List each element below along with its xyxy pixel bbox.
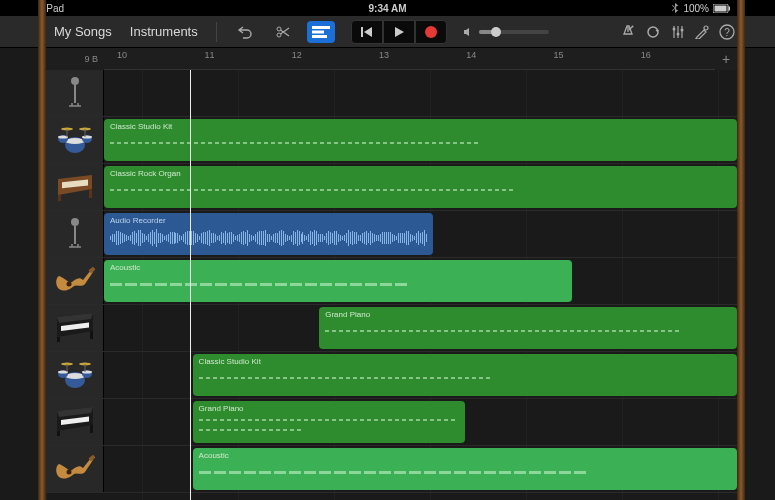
track-row[interactable]: Acoustic <box>46 258 737 305</box>
help-icon[interactable]: ? <box>719 24 735 40</box>
svg-rect-18 <box>74 85 76 103</box>
svg-rect-31 <box>89 189 92 198</box>
tracks-view-button[interactable] <box>307 21 335 43</box>
region[interactable]: Grand Piano <box>193 401 465 443</box>
track-lane[interactable] <box>104 70 737 116</box>
region[interactable]: Classic Studio Kit <box>104 119 737 161</box>
region[interactable]: Classic Rock Organ <box>104 166 737 208</box>
midi-notes <box>110 133 731 153</box>
ruler-ticks[interactable]: 10111213141516 <box>104 48 715 70</box>
svg-point-14 <box>704 26 708 30</box>
timeline-ruler[interactable]: 9 B 10111213141516 + <box>46 48 737 70</box>
ruler-number: 12 <box>292 50 302 60</box>
track-lane[interactable]: Acoustic <box>104 446 737 492</box>
volume-slider[interactable] <box>479 30 549 34</box>
ruler-section-label: 9 B <box>46 48 104 70</box>
play-button[interactable] <box>383 20 415 44</box>
track-header[interactable] <box>46 258 104 304</box>
region-label: Classic Studio Kit <box>110 122 731 131</box>
track-row[interactable]: Classic Rock Organ <box>46 164 737 211</box>
organ-icon <box>53 169 97 205</box>
track-row[interactable]: Audio Recorder <box>46 211 737 258</box>
piano-icon <box>53 404 97 440</box>
track-lane[interactable]: Audio Recorder <box>104 211 737 257</box>
svg-point-40 <box>65 373 85 379</box>
region-label: Acoustic <box>110 263 566 272</box>
status-right: 100% <box>671 3 731 14</box>
track-row[interactable]: Classic Studio Kit <box>46 352 737 399</box>
midi-notes <box>325 321 731 341</box>
settings-icon[interactable] <box>695 25 709 39</box>
ruler-number: 14 <box>466 50 476 60</box>
svg-rect-8 <box>361 27 363 37</box>
svg-point-13 <box>681 28 684 31</box>
undo-button[interactable] <box>231 21 259 43</box>
region-label: Grand Piano <box>199 404 459 413</box>
svg-rect-38 <box>90 331 93 339</box>
track-header[interactable] <box>46 352 104 398</box>
region[interactable]: Audio Recorder <box>104 213 433 255</box>
track-header[interactable] <box>46 211 104 257</box>
track-row[interactable] <box>46 70 737 117</box>
ruler-number: 15 <box>554 50 564 60</box>
svg-point-20 <box>65 138 85 144</box>
region[interactable]: Acoustic <box>104 260 572 302</box>
add-section-button[interactable]: + <box>715 48 737 70</box>
svg-point-34 <box>66 282 71 287</box>
track-header[interactable] <box>46 70 104 116</box>
loop-icon[interactable] <box>645 25 661 39</box>
track-row[interactable]: Acoustic <box>46 446 737 493</box>
track-row[interactable]: Classic Studio Kit <box>46 117 737 164</box>
svg-rect-1 <box>715 5 727 11</box>
track-row[interactable]: Grand Piano <box>46 305 737 352</box>
bluetooth-icon <box>671 3 679 13</box>
track-header[interactable] <box>46 446 104 492</box>
track-header[interactable] <box>46 399 104 445</box>
region-label: Acoustic <box>199 451 731 460</box>
my-songs-button[interactable]: My Songs <box>50 22 116 41</box>
toolbar: My Songs Instruments <box>0 16 775 48</box>
region[interactable]: Classic Studio Kit <box>193 354 737 396</box>
battery-pct: 100% <box>683 3 709 14</box>
track-lane[interactable]: Acoustic <box>104 258 737 304</box>
volume-thumb[interactable] <box>491 27 501 37</box>
midi-notes <box>199 462 731 482</box>
track-lane[interactable]: Classic Studio Kit <box>104 117 737 163</box>
svg-rect-51 <box>90 425 93 433</box>
svg-point-9 <box>632 25 634 27</box>
midi-notes <box>110 180 731 200</box>
ruler-number: 11 <box>204 50 214 60</box>
svg-rect-7 <box>312 35 327 38</box>
track-header[interactable] <box>46 305 104 351</box>
tracks-area[interactable]: Classic Studio KitClassic Rock OrganAudi… <box>46 70 737 500</box>
microphone-icon <box>53 75 97 111</box>
status-bar: iPad 9:34 AM 100% <box>0 0 775 16</box>
svg-rect-50 <box>57 431 60 436</box>
track-row[interactable]: Grand Piano <box>46 399 737 446</box>
speaker-icon <box>463 27 475 37</box>
instruments-button[interactable]: Instruments <box>126 22 202 41</box>
metronome-icon[interactable] <box>621 25 635 39</box>
track-lane[interactable]: Classic Studio Kit <box>104 352 737 398</box>
scissors-button[interactable] <box>269 21 297 43</box>
track-lane[interactable]: Classic Rock Organ <box>104 164 737 210</box>
svg-rect-2 <box>729 6 731 10</box>
svg-point-44 <box>82 371 92 374</box>
volume-control[interactable] <box>463 27 549 37</box>
midi-notes <box>110 274 566 294</box>
track-header[interactable] <box>46 117 104 163</box>
svg-rect-33 <box>74 226 76 244</box>
region[interactable]: Grand Piano <box>319 307 737 349</box>
mixer-icon[interactable] <box>671 25 685 39</box>
track-lane[interactable]: Grand Piano <box>104 399 737 445</box>
ruler-number: 16 <box>641 50 651 60</box>
svg-point-10 <box>648 27 658 37</box>
region-label: Grand Piano <box>325 310 731 319</box>
device-label: iPad <box>44 3 64 14</box>
track-lane[interactable]: Grand Piano <box>104 305 737 351</box>
record-button[interactable] <box>415 20 447 44</box>
svg-rect-6 <box>312 30 324 33</box>
rewind-button[interactable] <box>351 20 383 44</box>
track-header[interactable] <box>46 164 104 210</box>
region[interactable]: Acoustic <box>193 448 737 490</box>
